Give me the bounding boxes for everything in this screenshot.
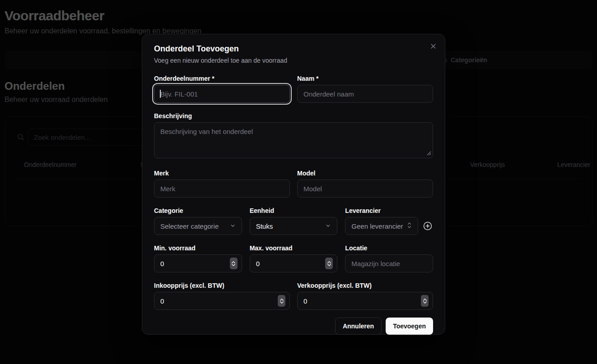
field-merk: Merk (154, 170, 290, 198)
field-label: Naam * (297, 75, 433, 82)
field-label: Locatie (345, 244, 433, 252)
dialog-subtitle: Voeg een nieuw onderdeel toe aan de voor… (154, 57, 433, 64)
location-input[interactable] (345, 254, 433, 272)
field-locatie: Locatie (345, 244, 433, 272)
field-label: Verkoopprijs (excl. BTW) (297, 282, 433, 289)
field-verkoopprijs: Verkoopprijs (excl. BTW) (297, 282, 433, 310)
field-label: Categorie (154, 207, 242, 214)
field-naam: Naam * (297, 75, 433, 103)
close-icon[interactable] (428, 41, 438, 51)
field-categorie: Categorie Selecteer categorie (154, 207, 242, 235)
field-leverancier: Leverancier Geen leverancier (345, 207, 433, 235)
dialog-title: Onderdeel Toevoegen (154, 44, 433, 54)
purchase-price-input[interactable] (154, 292, 290, 310)
field-label: Onderdeelnummer * (154, 75, 290, 82)
dialog-footer: Annuleren Toevoegen (154, 318, 433, 335)
chevron-up-down-icon (407, 222, 412, 230)
selling-price-input[interactable] (297, 292, 433, 310)
part-number-input[interactable] (154, 85, 290, 103)
text-cursor (160, 90, 161, 98)
category-select[interactable]: Selecteer categorie (154, 217, 242, 235)
field-label: Eenheid (250, 207, 338, 214)
field-beschrijving: Beschrijving (154, 112, 433, 160)
field-label: Inkoopprijs (excl. BTW) (154, 282, 290, 289)
field-label: Leverancier (345, 207, 433, 214)
name-input[interactable] (297, 85, 433, 103)
chevron-down-icon (325, 222, 331, 230)
chevron-down-icon (230, 222, 236, 230)
submit-button[interactable]: Toevoegen (386, 318, 433, 335)
field-label: Merk (154, 170, 290, 177)
max-stock-input[interactable] (250, 254, 338, 272)
field-inkoopprijs: Inkoopprijs (excl. BTW) (154, 282, 290, 310)
number-stepper[interactable] (278, 295, 285, 307)
field-label: Beschrijving (154, 112, 433, 120)
add-part-dialog: Onderdeel Toevoegen Voeg een nieuw onder… (142, 34, 445, 335)
select-value: Selecteer categorie (160, 222, 219, 230)
field-onderdeelnummer: Onderdeelnummer * (154, 75, 290, 103)
field-label: Model (297, 170, 433, 177)
field-max-voorraad: Max. voorraad (250, 244, 338, 272)
description-textarea[interactable] (154, 122, 433, 158)
field-eenheid: Eenheid Stuks (250, 207, 338, 235)
field-model: Model (297, 170, 433, 198)
number-stepper[interactable] (230, 258, 238, 269)
number-stepper[interactable] (325, 258, 333, 269)
model-input[interactable] (297, 180, 433, 198)
field-min-voorraad: Min. voorraad (154, 244, 242, 272)
supplier-select[interactable]: Geen leverancier (345, 217, 418, 235)
unit-select[interactable]: Stuks (250, 217, 338, 235)
select-value: Geen leverancier (351, 222, 403, 230)
cancel-button[interactable]: Annuleren (335, 318, 382, 335)
field-label: Min. voorraad (154, 244, 242, 252)
brand-input[interactable] (154, 180, 290, 198)
plus-circle-icon[interactable] (422, 221, 433, 231)
select-value: Stuks (256, 222, 273, 230)
min-stock-input[interactable] (154, 254, 242, 272)
number-stepper[interactable] (421, 295, 429, 307)
field-label: Max. voorraad (250, 244, 338, 252)
